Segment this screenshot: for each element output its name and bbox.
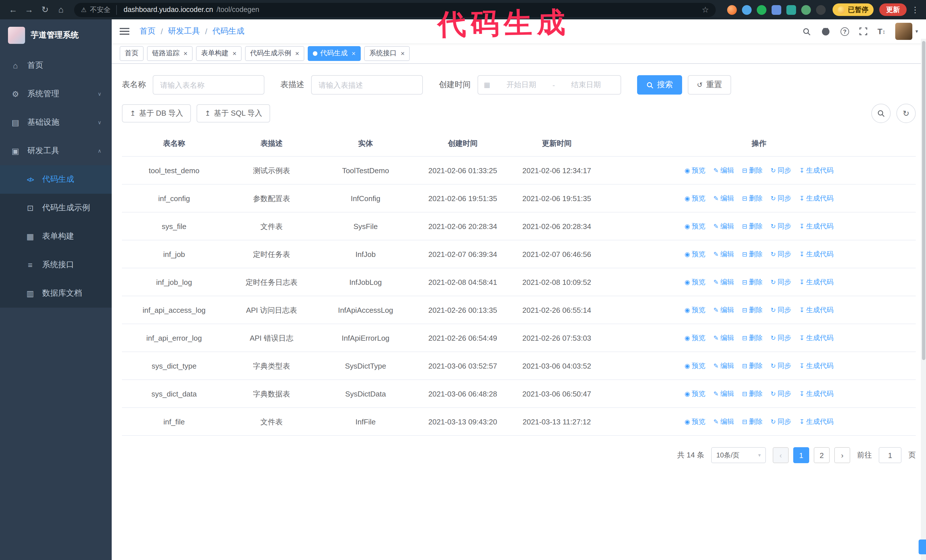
table-desc-input[interactable] <box>311 75 423 95</box>
update-button[interactable]: 更新 <box>879 3 906 16</box>
extension-icon-4[interactable] <box>772 5 781 15</box>
extension-icon-6[interactable] <box>801 5 811 15</box>
preview-link[interactable]: ◉预览 <box>685 221 705 232</box>
goto-page-input[interactable] <box>879 447 902 463</box>
edit-link[interactable]: ✎编辑 <box>713 305 734 315</box>
sync-link[interactable]: ↻同步 <box>771 193 791 204</box>
preview-link[interactable]: ◉预览 <box>685 361 705 371</box>
forward-icon[interactable]: → <box>22 0 36 20</box>
user-avatar[interactable]: ▾ <box>896 23 918 40</box>
hamburger-icon[interactable] <box>120 31 129 32</box>
edit-link[interactable]: ✎编辑 <box>713 417 734 427</box>
tab-tracing[interactable]: 链路追踪 × <box>147 46 193 61</box>
sidebar-item-codegen-demo[interactable]: ⊡ 代码生成示例 <box>0 194 112 222</box>
page-button-2[interactable]: 2 <box>814 447 830 463</box>
sync-link[interactable]: ↻同步 <box>771 249 791 260</box>
import-sql-button[interactable]: ↥ 基于 SQL 导入 <box>197 104 270 122</box>
generate-code-link[interactable]: ↧生成代码 <box>799 165 834 176</box>
help-icon[interactable]: ? <box>841 27 849 36</box>
sidebar-item-dev-tools[interactable]: ▣ 研发工具 ∧ <box>0 137 112 165</box>
generate-code-link[interactable]: ↧生成代码 <box>799 305 834 315</box>
sync-link[interactable]: ↻同步 <box>771 221 791 232</box>
preview-link[interactable]: ◉预览 <box>685 417 705 427</box>
generate-code-link[interactable]: ↧生成代码 <box>799 249 834 260</box>
sync-link[interactable]: ↻同步 <box>771 277 791 288</box>
font-size-icon[interactable]: T↕ <box>878 27 885 36</box>
close-icon[interactable]: × <box>401 50 405 57</box>
sync-link[interactable]: ↻同步 <box>771 165 791 176</box>
sync-link[interactable]: ↻同步 <box>771 417 791 427</box>
date-range-picker[interactable]: ▦ 开始日期 - 结束日期 <box>478 75 621 95</box>
sync-link[interactable]: ↻同步 <box>771 305 791 315</box>
sidebar-item-home[interactable]: ⌂ 首页 <box>0 51 112 80</box>
app-logo[interactable]: 芋道管理系统 <box>0 20 112 51</box>
breadcrumb-home[interactable]: 首页 <box>139 26 156 36</box>
sidebar-item-system-management[interactable]: ⚙ 系统管理 ∨ <box>0 80 112 108</box>
edit-link[interactable]: ✎编辑 <box>713 165 734 176</box>
generate-code-link[interactable]: ↧生成代码 <box>799 361 834 371</box>
not-secure-label[interactable]: 不安全 <box>90 5 117 15</box>
github-icon[interactable] <box>821 27 830 36</box>
edit-link[interactable]: ✎编辑 <box>713 193 734 204</box>
tab-codegen[interactable]: 代码生成 × <box>308 46 361 61</box>
breadcrumb-dev-tools[interactable]: 研发工具 <box>168 26 200 36</box>
generate-code-link[interactable]: ↧生成代码 <box>799 388 834 399</box>
sidebar-item-db-doc[interactable]: ▥ 数据库文档 <box>0 279 112 308</box>
generate-code-link[interactable]: ↧生成代码 <box>799 277 834 288</box>
close-icon[interactable]: × <box>183 50 188 57</box>
fullscreen-icon[interactable] <box>859 27 867 35</box>
sidebar-item-form-builder[interactable]: ▦ 表单构建 <box>0 222 112 251</box>
page-size-select[interactable]: 10条/页 ▾ <box>711 447 766 463</box>
table-name-input[interactable] <box>153 75 265 95</box>
preview-link[interactable]: ◉预览 <box>685 193 705 204</box>
generate-code-link[interactable]: ↧生成代码 <box>799 417 834 427</box>
tab-home[interactable]: 首页 <box>120 46 144 61</box>
delete-link[interactable]: ⊟删除 <box>742 193 763 204</box>
delete-link[interactable]: ⊟删除 <box>742 221 763 232</box>
edit-link[interactable]: ✎编辑 <box>713 388 734 399</box>
sidebar-item-codegen[interactable]: </> 代码生成 <box>0 165 112 194</box>
delete-link[interactable]: ⊟删除 <box>742 417 763 427</box>
paused-badge[interactable]: 已暂停 <box>832 3 873 16</box>
next-page-button[interactable]: › <box>834 447 850 463</box>
generate-code-link[interactable]: ↧生成代码 <box>799 221 834 232</box>
extension-icon-7[interactable] <box>816 5 826 15</box>
generate-code-link[interactable]: ↧生成代码 <box>799 193 834 204</box>
delete-link[interactable]: ⊟删除 <box>742 249 763 260</box>
refresh-button[interactable]: ↻ <box>896 104 916 123</box>
reset-button[interactable]: ↺ 重置 <box>688 75 731 95</box>
delete-link[interactable]: ⊟删除 <box>742 333 763 344</box>
edit-link[interactable]: ✎编辑 <box>713 221 734 232</box>
float-widget[interactable] <box>918 539 926 554</box>
preview-link[interactable]: ◉预览 <box>685 249 705 260</box>
generate-code-link[interactable]: ↧生成代码 <box>799 333 834 344</box>
delete-link[interactable]: ⊟删除 <box>742 165 763 176</box>
tab-form-builder[interactable]: 表单构建 × <box>196 46 242 61</box>
delete-link[interactable]: ⊟删除 <box>742 388 763 399</box>
search-button[interactable]: 搜索 <box>637 75 682 95</box>
prev-page-button[interactable]: ‹ <box>773 447 789 463</box>
address-bar[interactable]: ⚠ 不安全 dashboard.yudao.iocoder.cn /tool/c… <box>74 3 716 17</box>
page-scrollbar[interactable] <box>921 39 926 560</box>
sidebar-item-system-api[interactable]: ≡ 系统接口 <box>0 251 112 279</box>
tab-system-api[interactable]: 系统接口 × <box>364 46 410 61</box>
edit-link[interactable]: ✎编辑 <box>713 361 734 371</box>
page-button-1[interactable]: 1 <box>793 447 809 463</box>
scrollbar-thumb[interactable] <box>922 41 925 360</box>
back-icon[interactable]: ← <box>6 0 21 20</box>
sidebar-item-infrastructure[interactable]: ▤ 基础设施 ∨ <box>0 108 112 137</box>
extension-icon-1[interactable] <box>727 5 737 15</box>
sync-link[interactable]: ↻同步 <box>771 388 791 399</box>
close-icon[interactable]: × <box>233 50 236 57</box>
preview-link[interactable]: ◉预览 <box>685 165 705 176</box>
preview-link[interactable]: ◉预览 <box>685 305 705 315</box>
edit-link[interactable]: ✎编辑 <box>713 277 734 288</box>
delete-link[interactable]: ⊟删除 <box>742 361 763 371</box>
edit-link[interactable]: ✎编辑 <box>713 333 734 344</box>
extension-icon-3[interactable] <box>757 5 766 15</box>
browser-menu-icon[interactable]: ⋮ <box>910 5 920 14</box>
extension-icon-5[interactable] <box>787 5 796 15</box>
delete-link[interactable]: ⊟删除 <box>742 305 763 315</box>
preview-link[interactable]: ◉预览 <box>685 277 705 288</box>
home-icon[interactable]: ⌂ <box>54 0 68 20</box>
